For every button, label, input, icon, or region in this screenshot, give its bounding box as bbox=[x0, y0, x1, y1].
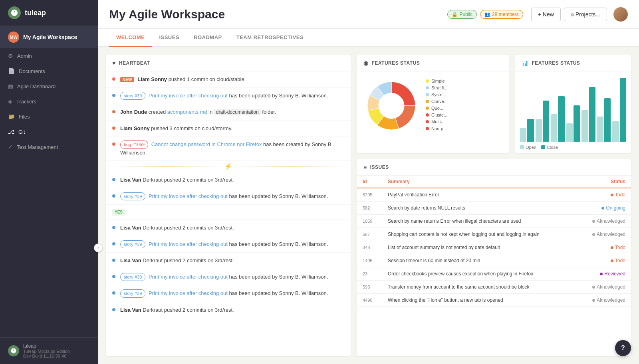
heartbeat-list: NEWLiam Sonny pushed 1 commit on cloud/s… bbox=[106, 71, 351, 318]
bar-close bbox=[527, 119, 534, 142]
bar-close bbox=[543, 101, 549, 142]
heartbeat-item-text: story #39 Print my invoice after checkin… bbox=[120, 192, 328, 201]
table-row[interactable]: 587 Shopping cart content is not kept wh… bbox=[357, 228, 631, 241]
bar-legend-close: Close bbox=[541, 145, 558, 150]
heartbeat-item: story #39 Print my invoice after checkin… bbox=[106, 236, 351, 253]
story-badge[interactable]: story #39 bbox=[120, 240, 145, 249]
heartbeat-item-text: story #39 Print my invoice after checkin… bbox=[120, 240, 328, 249]
sidebar-item-agile[interactable]: ▦ Agile Dashboard bbox=[0, 79, 98, 94]
heartbeat-dot bbox=[112, 259, 115, 262]
bar-group bbox=[612, 78, 626, 142]
legend-item: Conve... bbox=[426, 99, 448, 104]
legend-label: Multi-... bbox=[431, 119, 446, 124]
help-button[interactable]: ? bbox=[615, 340, 631, 356]
workspace-name: My Agile Workspace bbox=[23, 34, 77, 40]
sidebar-item-git[interactable]: ⎇ Git bbox=[0, 124, 98, 139]
issue-status: Aknowledged bbox=[578, 281, 631, 294]
sidebar-item-admin[interactable]: ⚙ Admin bbox=[0, 48, 98, 63]
table-row[interactable]: 595 Transfer money from account to the s… bbox=[357, 281, 631, 294]
sidebar-item-files[interactable]: 📁 Files bbox=[0, 109, 98, 124]
issue-status: Reviewed bbox=[578, 267, 631, 281]
donut-chart bbox=[363, 78, 419, 134]
members-icon: 👥 bbox=[484, 12, 490, 17]
heartbeat-dot bbox=[112, 77, 115, 81]
sidebar-item-test[interactable]: ✓ Test Management bbox=[0, 139, 98, 154]
legend-dot bbox=[426, 100, 429, 103]
story-badge[interactable]: story #39 bbox=[120, 192, 145, 201]
sidebar-item-trackers[interactable]: ◈ Trackers bbox=[0, 94, 98, 109]
heartbeat-dot bbox=[112, 142, 115, 146]
issue-summary: Search by date returns NULL results bbox=[382, 202, 578, 215]
issue-summary: When clicking the "Home" button, a new t… bbox=[382, 294, 578, 307]
issue-status: Aknowledged bbox=[578, 228, 631, 241]
bar-group bbox=[520, 119, 534, 142]
issue-id: 348 bbox=[357, 241, 382, 254]
story-badge[interactable]: story #39 bbox=[120, 92, 145, 100]
bar-open bbox=[520, 128, 526, 142]
heartbeat-item: NEWLiam Sonny pushed 1 commit on cloud/s… bbox=[106, 71, 351, 88]
tab-welcome[interactable]: WELCOME bbox=[109, 29, 152, 47]
sidebar-item-label: Git bbox=[18, 129, 25, 135]
issue-summary: Transfer money from account to the same … bbox=[382, 281, 578, 294]
legend-label: Syste... bbox=[431, 92, 446, 97]
projects-button[interactable]: ⌾ Projects... bbox=[564, 8, 607, 21]
bar-close bbox=[558, 96, 564, 142]
new-button[interactable]: + New bbox=[531, 8, 561, 21]
bar-group bbox=[536, 101, 550, 142]
public-badge: 🔒 Public bbox=[447, 10, 477, 19]
heartbeat-item: Liam Sonny pushed 3 commits on cloud/sto… bbox=[106, 121, 351, 137]
issue-status: On going bbox=[578, 202, 631, 215]
issue-id: 23 bbox=[357, 267, 382, 281]
issue-id: 582 bbox=[357, 202, 382, 215]
legend-dot bbox=[426, 120, 429, 123]
heartbeat-dot bbox=[112, 308, 115, 311]
table-row[interactable]: 348 List of account summary is not sorte… bbox=[357, 241, 631, 254]
bar-body: Open Close bbox=[515, 71, 631, 153]
issue-id: 587 bbox=[357, 228, 382, 241]
table-row[interactable]: 5205 PayPal verification Error Todo bbox=[357, 188, 631, 202]
heartbeat-item: bug #1059 Cannot change password in Chro… bbox=[106, 136, 351, 161]
heartbeat-item: story #39 Print my invoice after checkin… bbox=[106, 188, 351, 205]
workspace-item[interactable]: MW My Agile Workspace bbox=[0, 26, 98, 48]
heartbeat-dot bbox=[112, 226, 115, 229]
bar-open bbox=[566, 123, 573, 142]
agile-icon: ▦ bbox=[8, 83, 13, 89]
heartbeat-icon: ♥ bbox=[112, 60, 116, 66]
open-dot bbox=[520, 145, 524, 149]
issues-tbody: 5205 PayPal verification Error Todo 582 … bbox=[357, 188, 631, 307]
table-row[interactable]: 1405 Session timeout is 60 min instead o… bbox=[357, 254, 631, 267]
features-bar-title: FEATURES STATUS bbox=[532, 60, 580, 66]
col-summary: Summary bbox=[382, 176, 578, 188]
sidebar-item-documents[interactable]: 📄 Documents bbox=[0, 63, 98, 79]
bar-chart bbox=[520, 78, 626, 142]
legend-label: Simple bbox=[431, 79, 445, 83]
table-row[interactable]: 582 Search by date returns NULL results … bbox=[357, 202, 631, 215]
bar-close bbox=[574, 105, 580, 142]
table-row[interactable]: 23 Order checkbooks preview causes excep… bbox=[357, 267, 631, 281]
legend-label: Non-p... bbox=[431, 126, 447, 131]
issue-summary: PayPal verification Error bbox=[382, 188, 578, 202]
sidebar-collapse-button[interactable]: ‹ bbox=[94, 243, 103, 252]
issue-summary: Session timeout is 60 min instead of 20 … bbox=[382, 254, 578, 267]
tab-retrospectives[interactable]: TEAM RETROSPECTIVES bbox=[229, 29, 311, 47]
heartbeat-card: ♥ HEARTBEAT NEWLiam Sonny pushed 1 commi… bbox=[106, 55, 351, 356]
heartbeat-item-text: bug #1059 Cannot change password in Chro… bbox=[120, 140, 344, 156]
table-row[interactable]: 4490 When clicking the "Home" button, a … bbox=[357, 294, 631, 307]
story-badge[interactable]: story #39 bbox=[120, 273, 145, 281]
legend-label: Cluste... bbox=[431, 113, 447, 117]
story-badge[interactable]: story #39 bbox=[120, 289, 145, 298]
legend-label: Quo... bbox=[431, 106, 443, 111]
heartbeat-dot bbox=[112, 127, 115, 130]
logo-area: tuleap bbox=[0, 0, 98, 26]
bar-open bbox=[536, 119, 542, 142]
table-row[interactable]: 1059 Search by name returns Error when i… bbox=[357, 215, 631, 228]
tab-roadmap[interactable]: ROADMAP bbox=[187, 29, 229, 47]
legend-dot bbox=[426, 113, 429, 117]
user-avatar[interactable] bbox=[613, 7, 628, 22]
heartbeat-item-text: Lisa Van Derkraut pushed 2 commits on 3r… bbox=[120, 306, 234, 314]
tab-issues[interactable]: ISSUES bbox=[152, 29, 187, 47]
bar-open bbox=[597, 117, 603, 142]
heartbeat-item-text: Lisa Van Derkraut pushed 2 commits on 3r… bbox=[120, 224, 234, 232]
issue-id: 4490 bbox=[357, 294, 382, 307]
bug-badge[interactable]: bug #1059 bbox=[120, 140, 148, 149]
